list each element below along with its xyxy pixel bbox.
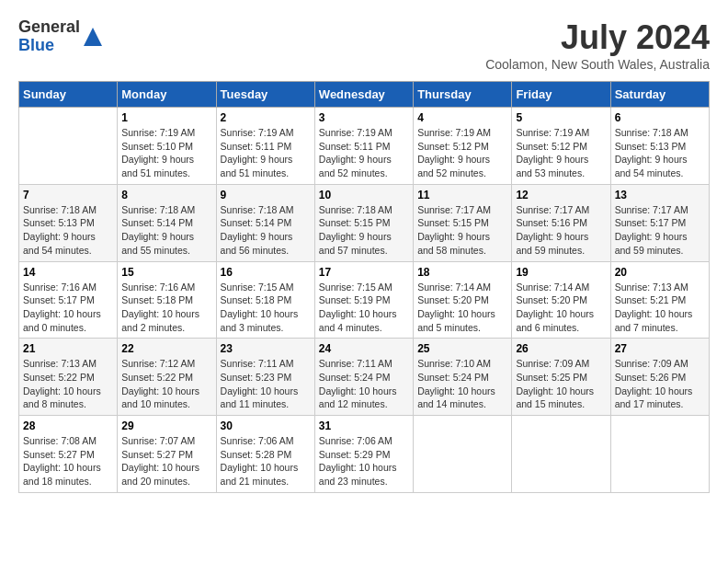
day-info: Sunrise: 7:09 AMSunset: 5:26 PMDaylight:… [615,357,705,411]
day-info: Sunrise: 7:13 AMSunset: 5:21 PMDaylight:… [615,281,705,335]
day-number: 4 [417,111,507,124]
day-info: Sunrise: 7:06 AMSunset: 5:28 PMDaylight:… [221,434,311,488]
day-number: 13 [615,189,705,201]
day-number: 15 [121,266,211,279]
calendar-cell: 19Sunrise: 7:14 AMSunset: 5:20 PMDayligh… [512,261,610,339]
day-info: Sunrise: 7:14 AMSunset: 5:20 PMDaylight:… [417,281,507,335]
day-number: 21 [23,342,113,355]
calendar-cell: 29Sunrise: 7:07 AMSunset: 5:27 PMDayligh… [118,416,216,493]
day-number: 29 [121,419,211,432]
day-number: 31 [319,419,409,432]
calendar-cell: 3Sunrise: 7:19 AMSunset: 5:11 PMDaylight… [314,108,413,185]
page-header: General Blue July 2024 Coolamon, New Sou… [18,18,710,72]
calendar-cell [610,416,709,493]
calendar-week-row: 14Sunrise: 7:16 AMSunset: 5:17 PMDayligh… [19,261,710,339]
calendar-cell: 11Sunrise: 7:17 AMSunset: 5:15 PMDayligh… [414,184,512,261]
svg-marker-0 [84,28,102,46]
day-info: Sunrise: 7:19 AMSunset: 5:11 PMDaylight:… [319,126,409,180]
calendar-cell: 20Sunrise: 7:13 AMSunset: 5:21 PMDayligh… [610,261,709,339]
calendar-cell: 23Sunrise: 7:11 AMSunset: 5:23 PMDayligh… [216,339,314,416]
day-info: Sunrise: 7:14 AMSunset: 5:20 PMDaylight:… [516,281,606,335]
day-info: Sunrise: 7:18 AMSunset: 5:13 PMDaylight:… [615,126,705,180]
day-info: Sunrise: 7:09 AMSunset: 5:25 PMDaylight:… [516,357,606,411]
day-number: 24 [319,342,409,355]
day-number: 16 [221,266,311,279]
calendar-cell: 14Sunrise: 7:16 AMSunset: 5:17 PMDayligh… [19,261,118,339]
day-info: Sunrise: 7:11 AMSunset: 5:24 PMDaylight:… [319,357,409,411]
day-info: Sunrise: 7:18 AMSunset: 5:14 PMDaylight:… [221,203,311,258]
calendar-cell: 1Sunrise: 7:19 AMSunset: 5:10 PMDaylight… [118,108,216,185]
calendar-cell: 24Sunrise: 7:11 AMSunset: 5:24 PMDayligh… [314,339,413,416]
day-number: 26 [516,342,606,355]
calendar-header-row: Sunday Monday Tuesday Wednesday Thursday… [19,82,710,108]
day-number: 8 [121,189,211,201]
header-saturday: Saturday [610,82,709,108]
day-number: 23 [221,342,311,355]
day-info: Sunrise: 7:16 AMSunset: 5:18 PMDaylight:… [121,281,211,335]
calendar-cell: 6Sunrise: 7:18 AMSunset: 5:13 PMDaylight… [610,108,709,185]
day-info: Sunrise: 7:13 AMSunset: 5:22 PMDaylight:… [23,357,113,411]
day-number: 12 [516,189,606,201]
calendar-cell: 13Sunrise: 7:17 AMSunset: 5:17 PMDayligh… [610,184,709,261]
day-number: 27 [615,342,705,355]
month-year-title: July 2024 [485,18,710,57]
day-info: Sunrise: 7:07 AMSunset: 5:27 PMDaylight:… [121,434,211,488]
day-number: 6 [615,111,705,124]
day-info: Sunrise: 7:11 AMSunset: 5:23 PMDaylight:… [221,357,311,411]
calendar-cell: 31Sunrise: 7:06 AMSunset: 5:29 PMDayligh… [314,416,413,493]
header-tuesday: Tuesday [216,82,314,108]
header-friday: Friday [512,82,610,108]
calendar-cell: 26Sunrise: 7:09 AMSunset: 5:25 PMDayligh… [512,339,610,416]
calendar-cell: 4Sunrise: 7:19 AMSunset: 5:12 PMDaylight… [414,108,512,185]
day-info: Sunrise: 7:17 AMSunset: 5:16 PMDaylight:… [516,203,606,258]
day-number: 10 [319,189,409,201]
header-thursday: Thursday [414,82,512,108]
day-info: Sunrise: 7:10 AMSunset: 5:24 PMDaylight:… [417,357,507,411]
calendar-cell: 8Sunrise: 7:18 AMSunset: 5:14 PMDaylight… [118,184,216,261]
calendar-cell [414,416,512,493]
day-number: 11 [417,189,507,201]
day-number: 25 [417,342,507,355]
calendar-cell: 28Sunrise: 7:08 AMSunset: 5:27 PMDayligh… [19,416,118,493]
day-info: Sunrise: 7:06 AMSunset: 5:29 PMDaylight:… [319,434,409,488]
logo-blue: Blue [18,37,80,55]
day-number: 1 [121,111,211,124]
calendar-cell: 21Sunrise: 7:13 AMSunset: 5:22 PMDayligh… [19,339,118,416]
title-section: July 2024 Coolamon, New South Wales, Aus… [485,18,710,72]
day-info: Sunrise: 7:16 AMSunset: 5:17 PMDaylight:… [23,281,113,335]
day-number: 28 [23,419,113,432]
calendar-cell: 5Sunrise: 7:19 AMSunset: 5:12 PMDaylight… [512,108,610,185]
calendar-week-row: 21Sunrise: 7:13 AMSunset: 5:22 PMDayligh… [19,339,710,416]
day-number: 9 [221,189,311,201]
day-info: Sunrise: 7:19 AMSunset: 5:12 PMDaylight:… [417,126,507,180]
calendar-cell: 25Sunrise: 7:10 AMSunset: 5:24 PMDayligh… [414,339,512,416]
day-number: 5 [516,111,606,124]
calendar-cell: 22Sunrise: 7:12 AMSunset: 5:22 PMDayligh… [118,339,216,416]
calendar-cell: 7Sunrise: 7:18 AMSunset: 5:13 PMDaylight… [19,184,118,261]
calendar-week-row: 1Sunrise: 7:19 AMSunset: 5:10 PMDaylight… [19,108,710,185]
calendar-week-row: 7Sunrise: 7:18 AMSunset: 5:13 PMDaylight… [19,184,710,261]
day-number: 22 [121,342,211,355]
calendar-table: Sunday Monday Tuesday Wednesday Thursday… [18,81,710,493]
day-number: 7 [23,189,113,201]
day-info: Sunrise: 7:08 AMSunset: 5:27 PMDaylight:… [23,434,113,488]
logo: General Blue [18,18,104,55]
day-info: Sunrise: 7:18 AMSunset: 5:14 PMDaylight:… [121,203,211,258]
calendar-cell: 17Sunrise: 7:15 AMSunset: 5:19 PMDayligh… [314,261,413,339]
day-number: 19 [516,266,606,279]
day-number: 2 [221,111,311,124]
calendar-cell: 18Sunrise: 7:14 AMSunset: 5:20 PMDayligh… [414,261,512,339]
day-info: Sunrise: 7:19 AMSunset: 5:12 PMDaylight:… [516,126,606,180]
location-subtitle: Coolamon, New South Wales, Australia [485,57,710,72]
header-sunday: Sunday [19,82,118,108]
header-monday: Monday [118,82,216,108]
calendar-cell: 9Sunrise: 7:18 AMSunset: 5:14 PMDaylight… [216,184,314,261]
day-info: Sunrise: 7:15 AMSunset: 5:18 PMDaylight:… [221,281,311,335]
calendar-cell: 2Sunrise: 7:19 AMSunset: 5:11 PMDaylight… [216,108,314,185]
day-number: 30 [221,419,311,432]
day-info: Sunrise: 7:15 AMSunset: 5:19 PMDaylight:… [319,281,409,335]
calendar-cell: 27Sunrise: 7:09 AMSunset: 5:26 PMDayligh… [610,339,709,416]
day-info: Sunrise: 7:18 AMSunset: 5:15 PMDaylight:… [319,203,409,258]
day-info: Sunrise: 7:17 AMSunset: 5:17 PMDaylight:… [615,203,705,258]
calendar-cell [512,416,610,493]
